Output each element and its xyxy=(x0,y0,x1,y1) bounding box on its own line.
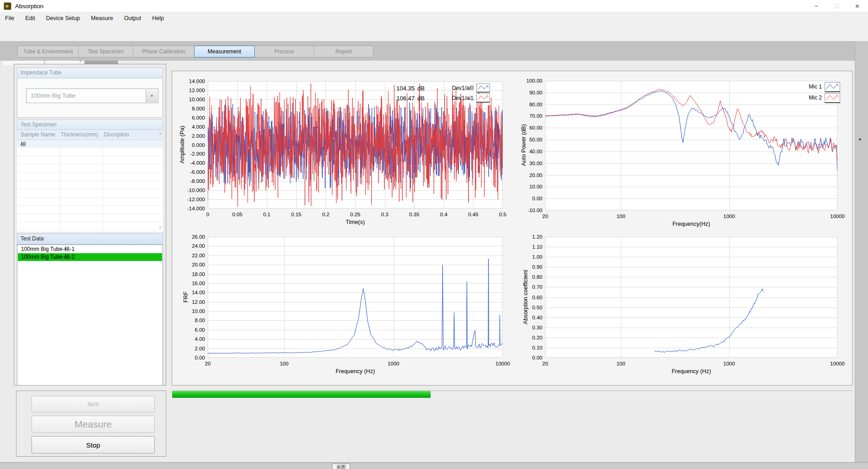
title-bar: ▶ Absorption − □ × xyxy=(0,0,868,12)
menu-file[interactable]: File xyxy=(4,14,16,22)
progress-fill xyxy=(172,391,431,398)
minimize-icon: − xyxy=(814,2,818,10)
app-window: ▶ Absorption − □ × File Edit Device Setu… xyxy=(0,0,868,469)
control-buttons-panel: Arm Measure Stop xyxy=(16,391,166,457)
test-data-item[interactable]: 100mm Big Tube-棉-1 xyxy=(18,245,162,253)
bottom-strip xyxy=(0,462,868,469)
maximize-icon: □ xyxy=(835,2,838,10)
chevron-down-icon[interactable]: ▼ xyxy=(146,89,158,102)
test-specimen-table-header: Sample Name Thickness(mm) Discription xyxy=(17,130,163,140)
stop-button[interactable]: Stop xyxy=(32,436,155,453)
arm-button: Arm xyxy=(32,396,155,412)
right-gutter xyxy=(855,41,868,462)
subtab-measurement[interactable]: Measurement xyxy=(194,46,255,57)
subtab-phase-calibration[interactable]: Phase Calibration xyxy=(133,46,195,57)
test-data-header: Test Data xyxy=(17,234,163,245)
table-row[interactable]: 棉 xyxy=(17,140,163,148)
menu-edit[interactable]: Edit xyxy=(24,14,37,22)
column-divider xyxy=(59,140,60,232)
collapse-left-icon[interactable]: ◄ xyxy=(857,137,862,141)
window-title: Absorption xyxy=(15,3,43,10)
minimize-button[interactable]: − xyxy=(806,0,826,12)
scroll-up-icon[interactable]: ∧ xyxy=(159,131,162,135)
impedance-tube-header: Impendace Tube xyxy=(17,68,163,78)
test-data-list: 100mm Big Tube-棉-1 100mm Big Tube-棉-2 xyxy=(17,245,163,386)
subtab-process[interactable]: Process xyxy=(254,46,314,57)
impedance-tube-dropdown[interactable]: 100mm Big Tube ▼ xyxy=(26,89,158,103)
test-specimen-header: Test Specimen xyxy=(17,120,163,130)
progress-bar xyxy=(172,391,852,398)
impedance-tube-value: 100mm Big Tube xyxy=(31,92,75,99)
test-specimen-table-body xyxy=(17,140,163,232)
close-button[interactable]: × xyxy=(847,0,868,12)
subtab-report[interactable]: Report xyxy=(314,46,374,57)
close-icon: × xyxy=(855,2,859,10)
maximize-button[interactable]: □ xyxy=(826,0,847,12)
menu-bar: File Edit Device Setup Measure Output He… xyxy=(0,12,868,24)
app-icon: ▶ xyxy=(4,2,11,10)
column-discription: Discription xyxy=(104,130,129,140)
measure-button: Measure xyxy=(32,416,155,433)
background-window-tab[interactable]: 画图 xyxy=(332,464,350,469)
menu-help[interactable]: Help xyxy=(151,14,165,22)
sample-name-cell: 棉 xyxy=(21,141,26,147)
menu-output[interactable]: Output xyxy=(123,14,143,22)
column-thickness: Thickness(mm) xyxy=(61,130,98,140)
column-sample-name: Sample Name xyxy=(21,130,55,140)
scroll-down-icon[interactable]: ∨ xyxy=(159,225,162,229)
plots-panel xyxy=(172,71,852,386)
subtab-tube-environment[interactable]: Tube & Environment xyxy=(17,46,79,57)
subtab-test-specimen[interactable]: Test Specimen xyxy=(78,46,133,57)
main-tab-row: Documentation Channel Setup Absorption xyxy=(0,24,868,41)
column-divider xyxy=(102,140,103,232)
menu-measure[interactable]: Measure xyxy=(89,14,115,22)
menu-device-setup[interactable]: Device Setup xyxy=(45,14,81,22)
test-data-item-selected[interactable]: 100mm Big Tube-棉-2 xyxy=(18,253,162,261)
